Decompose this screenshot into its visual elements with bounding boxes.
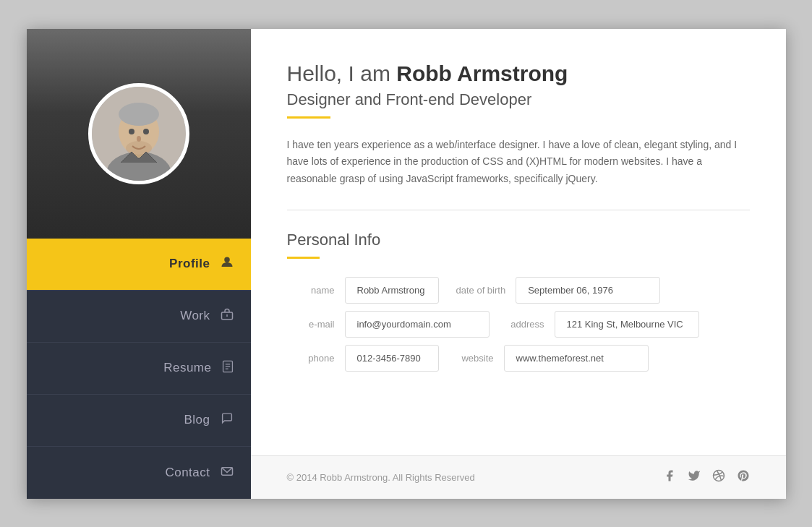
sidebar-item-profile[interactable]: Profile bbox=[27, 239, 251, 291]
svg-point-4 bbox=[119, 103, 159, 126]
name-value: Robb Armstrong bbox=[345, 277, 439, 304]
name-label: name bbox=[287, 278, 345, 303]
svg-point-7 bbox=[137, 136, 141, 142]
twitter-icon[interactable] bbox=[688, 469, 701, 486]
svg-point-9 bbox=[224, 257, 230, 262]
nav-label-work: Work bbox=[180, 309, 210, 323]
nav-label-resume: Resume bbox=[163, 361, 211, 375]
website-cell: website www.themeforest.net bbox=[446, 345, 649, 372]
footer-copyright: © 2014 Robb Armstrong. All Rights Reserv… bbox=[287, 472, 475, 483]
main-panel: Hello, I am Robb Armstrong Designer and … bbox=[251, 29, 786, 499]
blog-icon bbox=[221, 412, 234, 428]
resume-icon bbox=[222, 360, 234, 377]
main-footer: © 2014 Robb Armstrong. All Rights Reserv… bbox=[251, 455, 786, 499]
contact-icon bbox=[221, 465, 234, 480]
website-value: www.themeforest.net bbox=[504, 345, 649, 372]
address-cell: address 121 King St, Melbourne VIC bbox=[497, 311, 699, 338]
address-value: 121 King St, Melbourne VIC bbox=[555, 311, 699, 338]
pinterest-icon[interactable] bbox=[737, 469, 750, 486]
phone-value: 012-3456-7890 bbox=[345, 345, 439, 372]
hero-title: Hello, I am Robb Armstrong bbox=[287, 61, 750, 86]
hero-greeting: Hello, I am bbox=[287, 61, 397, 85]
sidebar-item-blog[interactable]: Blog bbox=[27, 395, 251, 447]
main-content: Hello, I am Robb Armstrong Designer and … bbox=[251, 29, 786, 455]
sidebar-item-contact[interactable]: Contact bbox=[27, 447, 251, 499]
dob-cell: date of birth September 06, 1976 bbox=[446, 277, 661, 304]
dribbble-icon[interactable] bbox=[712, 469, 725, 486]
email-cell: e-mail info@yourdomain.com bbox=[287, 311, 490, 338]
phone-cell: phone 012-3456-7890 bbox=[287, 345, 439, 372]
section-underline bbox=[287, 257, 320, 259]
info-row-1: name Robb Armstrong date of birth Septem… bbox=[287, 277, 750, 304]
social-icons bbox=[663, 469, 750, 486]
phone-label: phone bbox=[287, 346, 345, 371]
personal-info-title: Personal Info bbox=[287, 231, 750, 249]
sidebar-item-resume[interactable]: Resume bbox=[27, 343, 251, 395]
info-row-3: phone 012-3456-7890 website www.themefor… bbox=[287, 345, 750, 372]
address-label: address bbox=[497, 312, 555, 337]
avatar-image bbox=[92, 87, 186, 181]
app-container: Profile Work Resume Blog bbox=[27, 29, 786, 499]
sidebar: Profile Work Resume Blog bbox=[27, 29, 251, 499]
dob-value: September 06, 1976 bbox=[516, 277, 660, 304]
svg-point-6 bbox=[143, 129, 149, 134]
facebook-icon[interactable] bbox=[663, 469, 676, 486]
section-divider bbox=[287, 210, 750, 210]
nav-label-blog: Blog bbox=[184, 413, 210, 427]
hero-subtitle: Designer and Front-end Developer bbox=[287, 90, 750, 109]
avatar bbox=[88, 83, 189, 184]
email-label: e-mail bbox=[287, 312, 345, 337]
name-cell: name Robb Armstrong bbox=[287, 277, 439, 304]
svg-point-5 bbox=[129, 129, 134, 134]
info-grid: name Robb Armstrong date of birth Septem… bbox=[287, 277, 750, 372]
info-row-2: e-mail info@yourdomain.com address 121 K… bbox=[287, 311, 750, 338]
dob-label: date of birth bbox=[446, 278, 516, 303]
hero-underline bbox=[287, 116, 330, 119]
nav-label-contact: Contact bbox=[165, 466, 210, 480]
bio-text: I have ten years experience as a web/int… bbox=[287, 137, 750, 188]
sidebar-item-work[interactable]: Work bbox=[27, 291, 251, 343]
sidebar-photo-area bbox=[27, 29, 251, 239]
work-icon bbox=[221, 308, 234, 325]
hero-name: Robb Armstrong bbox=[396, 61, 568, 85]
website-label: website bbox=[446, 346, 504, 371]
profile-icon bbox=[221, 256, 234, 273]
email-value: info@yourdomain.com bbox=[345, 311, 490, 338]
nav-label-profile: Profile bbox=[169, 257, 210, 271]
